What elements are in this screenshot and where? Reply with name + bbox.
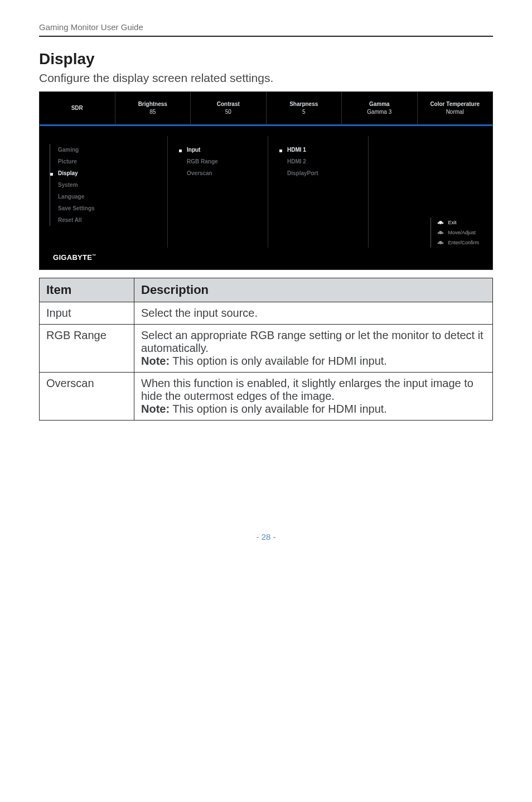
osd-sub-rgb-range[interactable]: RGB Range	[179, 156, 257, 167]
table-header-description: Description	[134, 278, 493, 302]
row-item-overscan: Overscan	[40, 373, 134, 421]
hint-move-label: Move/Adjust	[448, 228, 476, 238]
osd-top-gamma: Gamma Gamma 3	[342, 92, 418, 124]
page-number: - 28 -	[39, 532, 493, 542]
osd-item-gaming[interactable]: Gaming	[50, 144, 156, 156]
osd-hints: Exit Move/Adjust Enter/Confirm	[431, 218, 479, 248]
page-header: Gaming Monitor User Guide	[39, 22, 493, 37]
osd-body: Gaming Picture Display System Language S…	[40, 136, 492, 248]
osd-item-save-settings[interactable]: Save Settings	[50, 202, 156, 214]
table-row: RGB Range Select an appropriate RGB rang…	[40, 325, 493, 373]
picture-mode-value: Standard	[457, 128, 479, 134]
row-desc-rgb: Select an appropriate RGB range setting …	[134, 325, 493, 373]
hint-exit-label: Exit	[448, 218, 456, 228]
table-row: Overscan When this function is enabled, …	[40, 373, 493, 421]
osd-top-value: Gamma 3	[367, 108, 391, 116]
table-row: Input Select the input source.	[40, 302, 493, 325]
osd-top-label: Color Temperature	[430, 100, 480, 108]
note-text: This option is only available for HDMI i…	[170, 355, 387, 367]
settings-table: Item Description Input Select the input …	[39, 278, 493, 421]
osd-top-row: SDR Brightness 85 Contrast 50 Sharpness …	[40, 92, 492, 124]
osd-value-hdmi2[interactable]: HDMI 2	[279, 156, 357, 167]
hint-exit: Exit	[437, 218, 479, 228]
osd-top-label: Sharpness	[289, 100, 318, 108]
rgb-desc-text: Select an appropriate RGB range setting …	[141, 329, 483, 354]
osd-screenshot: SDR Brightness 85 Contrast 50 Sharpness …	[39, 91, 493, 270]
osd-item-picture[interactable]: Picture	[50, 156, 156, 167]
note-label: Note:	[141, 355, 170, 367]
osd-item-reset-all[interactable]: Reset All	[50, 214, 156, 226]
osd-value-menu: HDMI 1 HDMI 2 DisplayPort	[268, 136, 369, 248]
osd-item-system[interactable]: System	[50, 179, 156, 191]
osd-top-value: 85	[149, 108, 156, 116]
osd-top-brightness: Brightness 85	[115, 92, 191, 124]
hint-enter: Enter/Confirm	[437, 238, 479, 248]
joystick-icon	[437, 219, 444, 226]
osd-value-displayport[interactable]: DisplayPort	[279, 167, 357, 179]
osd-sub-overscan[interactable]: Overscan	[179, 167, 257, 179]
brand-logo: GIGABYTE™	[53, 253, 96, 262]
osd-statusbar-wrap: Picture Mode Standard	[40, 126, 492, 136]
picture-mode-label: Picture Mode	[375, 128, 407, 134]
osd-top-sdr: SDR	[40, 92, 115, 124]
osd-item-display[interactable]: Display	[50, 167, 156, 179]
row-desc-input: Select the input source.	[134, 302, 493, 325]
note-label: Note:	[141, 403, 170, 415]
osd-top-label: SDR	[71, 104, 83, 112]
note-text: This option is only available for HDMI i…	[170, 403, 387, 415]
osd-main-menu: Gaming Picture Display System Language S…	[40, 136, 168, 248]
row-item-input: Input	[40, 302, 134, 325]
osd-top-sharpness: Sharpness 5	[267, 92, 342, 124]
row-item-rgb: RGB Range	[40, 325, 134, 373]
osd-right-panel: Exit Move/Adjust Enter/Confirm	[369, 136, 492, 248]
osd-top-value: 5	[302, 108, 306, 116]
osd-top-value: Normal	[446, 108, 464, 116]
section-title: Display	[39, 50, 493, 68]
overscan-desc-text: When this function is enabled, it slight…	[141, 377, 473, 402]
guide-title: Gaming Monitor User Guide	[39, 22, 143, 32]
osd-top-label: Contrast	[217, 100, 240, 108]
hint-move: Move/Adjust	[437, 228, 479, 238]
osd-top-contrast: Contrast 50	[191, 92, 267, 124]
row-desc-overscan: When this function is enabled, it slight…	[134, 373, 493, 421]
table-header-item: Item	[40, 278, 134, 302]
osd-top-label: Gamma	[369, 100, 390, 108]
osd-top-label: Brightness	[138, 100, 167, 108]
joystick-icon	[437, 239, 444, 247]
osd-statusbar: Picture Mode Standard	[357, 126, 492, 136]
osd-top-value: 50	[225, 108, 231, 116]
osd-sub-menu: Input RGB Range Overscan	[168, 136, 268, 248]
osd-item-language[interactable]: Language	[50, 191, 156, 202]
osd-value-hdmi1[interactable]: HDMI 1	[279, 144, 357, 156]
section-description: Configure the display screen related set…	[39, 71, 493, 85]
osd-sub-input[interactable]: Input	[179, 144, 257, 156]
osd-top-colortemp: Color Temperature Normal	[418, 92, 493, 124]
hint-enter-label: Enter/Confirm	[448, 238, 479, 248]
joystick-icon	[437, 229, 444, 236]
osd-footer: GIGABYTE™	[40, 248, 492, 269]
